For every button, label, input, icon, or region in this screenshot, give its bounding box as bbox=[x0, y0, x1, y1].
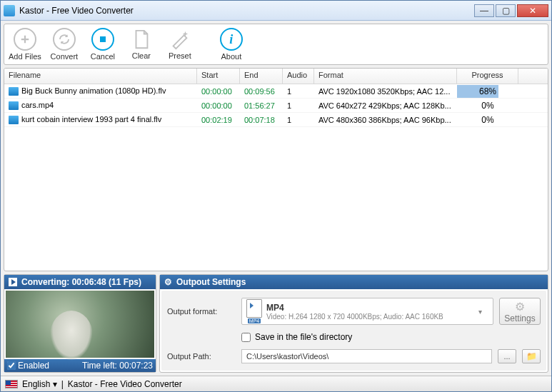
clear-button[interactable]: Clear bbox=[126, 29, 157, 60]
window-title: Kastor - Free Video Converter bbox=[19, 6, 473, 16]
add-files-button[interactable]: Add Files bbox=[9, 28, 41, 61]
list-header: Filename Start End Audio Format Progress bbox=[4, 69, 548, 84]
preview-panel: Converting: 00:06:48 (11 Fps) Enabled Ti… bbox=[4, 274, 156, 373]
output-format-selector[interactable]: MP4 MP4 Video: H.264 1280 x 720 4000KBps… bbox=[241, 298, 493, 325]
maximize-button[interactable]: ▢ bbox=[496, 4, 516, 17]
save-in-dir-label: Save in the file's directory bbox=[255, 332, 352, 342]
preview-image[interactable] bbox=[6, 291, 154, 358]
format-desc: Video: H.264 1280 x 720 4000KBps; Audio:… bbox=[266, 313, 474, 321]
col-start[interactable]: Start bbox=[197, 69, 240, 84]
statusbar: English ▾ | Kastor - Free Video Converte… bbox=[1, 376, 551, 391]
table-row[interactable]: Big Buck Bunny animation (1080p HD).flv0… bbox=[4, 84, 548, 99]
statusbar-app-name: Kastor - Free Video Converter bbox=[68, 379, 182, 389]
about-button[interactable]: i About bbox=[216, 28, 247, 61]
table-row[interactable]: cars.mp400:00:0001:56:271AVC 640x272 429… bbox=[4, 99, 548, 113]
browse-button[interactable]: ... bbox=[498, 349, 516, 363]
app-icon bbox=[4, 5, 15, 16]
preview-enabled-label: Enabled bbox=[18, 361, 49, 371]
col-audio[interactable]: Audio bbox=[283, 69, 314, 84]
col-progress[interactable]: Progress bbox=[457, 69, 518, 84]
main-window: Kastor - Free Video Converter — ▢ ✕ Add … bbox=[0, 0, 552, 392]
preview-footer: Enabled Time left: 00:07:23 bbox=[4, 359, 156, 372]
plus-icon bbox=[14, 28, 36, 51]
output-settings-header: ⚙ Outpout Settings bbox=[160, 275, 548, 289]
output-format-label: Output format: bbox=[167, 307, 236, 316]
play-icon bbox=[9, 278, 17, 286]
output-path-input[interactable] bbox=[241, 349, 492, 363]
list-body[interactable]: Big Buck Bunny animation (1080p HD).flv0… bbox=[4, 84, 548, 271]
minimize-button[interactable]: — bbox=[474, 4, 494, 17]
page-icon bbox=[131, 29, 152, 50]
video-file-icon bbox=[9, 116, 19, 124]
open-folder-button[interactable]: 📁 bbox=[522, 349, 541, 363]
toolbar: Add Files Convert Cancel Clear Preset i … bbox=[4, 24, 548, 65]
refresh-icon bbox=[53, 28, 76, 51]
video-file-icon bbox=[9, 101, 19, 110]
chevron-down-icon[interactable]: ▾ bbox=[478, 308, 488, 316]
file-list: Filename Start End Audio Format Progress… bbox=[4, 68, 548, 271]
format-name: MP4 bbox=[266, 303, 474, 313]
titlebar[interactable]: Kastor - Free Video Converter — ▢ ✕ bbox=[1, 1, 551, 21]
close-button[interactable]: ✕ bbox=[517, 4, 548, 17]
svg-rect-0 bbox=[100, 36, 106, 42]
converting-status: Converting: 00:06:48 (11 Fps) bbox=[21, 277, 141, 287]
language-selector[interactable]: English ▾ bbox=[22, 379, 57, 389]
preset-button[interactable]: Preset bbox=[164, 29, 196, 60]
preview-enabled-checkbox[interactable] bbox=[7, 361, 16, 370]
col-end[interactable]: End bbox=[240, 69, 283, 84]
wand-icon bbox=[169, 29, 191, 50]
gear-icon: ⚙ bbox=[515, 300, 525, 313]
table-row[interactable]: kurt cobain interview 1993 part 4 final.… bbox=[4, 113, 548, 127]
flag-icon bbox=[5, 380, 18, 388]
preview-time-left: Time left: 00:07:23 bbox=[82, 361, 153, 371]
folder-icon: 📁 bbox=[526, 351, 537, 361]
save-in-dir-checkbox[interactable] bbox=[241, 333, 251, 342]
gear-icon: ⚙ bbox=[164, 277, 172, 287]
info-icon: i bbox=[220, 28, 243, 51]
col-filename[interactable]: Filename bbox=[4, 69, 197, 84]
settings-button[interactable]: ⚙ Settings bbox=[499, 298, 541, 325]
output-settings-panel: ⚙ Outpout Settings Output format: MP4 MP… bbox=[159, 274, 548, 373]
col-format[interactable]: Format bbox=[314, 69, 457, 84]
cancel-button[interactable]: Cancel bbox=[87, 28, 119, 61]
video-file-icon bbox=[9, 87, 19, 96]
stop-icon bbox=[91, 28, 114, 51]
mp4-file-icon: MP4 bbox=[246, 299, 262, 323]
convert-button[interactable]: Convert bbox=[49, 28, 80, 61]
output-path-label: Output Path: bbox=[167, 352, 236, 361]
preview-header: Converting: 00:06:48 (11 Fps) bbox=[4, 275, 156, 289]
